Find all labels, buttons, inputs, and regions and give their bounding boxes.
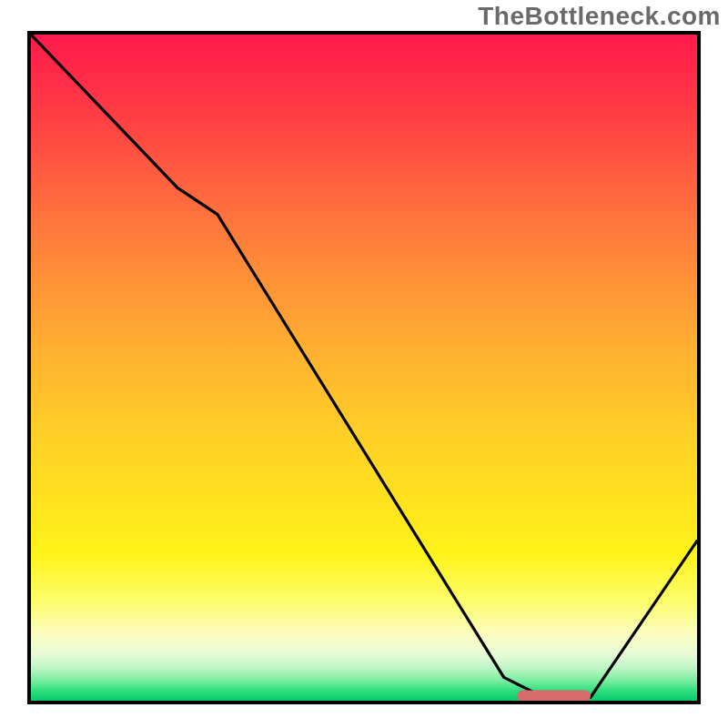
watermark-text: TheBottleneck.com <box>478 2 721 31</box>
optimal-marker <box>517 690 591 701</box>
plot-frame <box>27 31 701 704</box>
bottleneck-curve-svg <box>31 35 697 701</box>
bottleneck-curve-path <box>31 35 697 697</box>
chart-container: TheBottleneck.com <box>0 0 728 728</box>
